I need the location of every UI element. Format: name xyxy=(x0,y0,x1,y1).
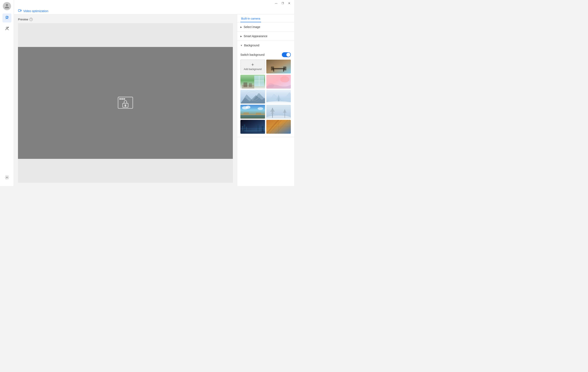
thumbnail-grid: + Add background xyxy=(240,60,291,134)
background-thumbnail-pink[interactable] xyxy=(266,75,291,89)
library-thumbnail-svg xyxy=(266,120,291,134)
svg-rect-9 xyxy=(122,98,123,99)
app-title-container: Video optimization xyxy=(18,9,290,13)
svg-rect-8 xyxy=(119,98,121,99)
plus-icon: + xyxy=(252,62,254,67)
svg-rect-40 xyxy=(243,113,249,114)
dark-office-thumbnail-svg xyxy=(240,120,265,134)
accordion-header-background[interactable]: ▼ Background xyxy=(237,41,294,50)
preview-video-area xyxy=(18,47,233,159)
svg-point-0 xyxy=(6,17,8,18)
background-arrow: ▼ xyxy=(240,44,242,47)
app-area: Video optimization Preview ? xyxy=(14,7,294,186)
background-thumbnail-office[interactable] xyxy=(240,75,265,89)
avatar xyxy=(3,2,11,10)
pink-thumbnail-svg xyxy=(266,75,291,89)
svg-rect-15 xyxy=(273,68,285,69)
preview-text: Preview xyxy=(18,18,28,21)
svg-point-37 xyxy=(258,107,263,110)
preview-label-row: Preview ? xyxy=(18,18,233,21)
background-thumbnail-snow-tree[interactable] xyxy=(266,105,291,119)
main-layout: Preview ? xyxy=(14,14,294,186)
app-header: Video optimization xyxy=(14,7,294,14)
interior-thumbnail-svg xyxy=(240,90,265,104)
sidebar xyxy=(0,0,14,186)
svg-rect-38 xyxy=(240,115,265,119)
settings-button[interactable] xyxy=(2,173,11,182)
svg-rect-18 xyxy=(271,67,274,71)
section-background: ▼ Background Switch background xyxy=(237,41,294,137)
section-select-image: ▶ Select image xyxy=(237,22,294,32)
svg-rect-13 xyxy=(125,105,126,107)
background-thumbnail-dining[interactable] xyxy=(266,60,291,73)
svg-rect-6 xyxy=(18,10,21,11)
winter-thumbnail-svg xyxy=(266,90,291,104)
office-thumbnail-svg xyxy=(240,75,265,89)
svg-point-28 xyxy=(280,76,289,82)
toggle-thumb xyxy=(286,53,290,57)
preview-container xyxy=(18,23,233,183)
maximize-button[interactable]: ❐ xyxy=(279,0,286,6)
section-smart-appearance: ▶ Smart Appearance xyxy=(237,32,294,41)
sidebar-item-share[interactable] xyxy=(2,24,11,33)
svg-rect-53 xyxy=(240,128,265,129)
preview-area: Preview ? xyxy=(14,14,237,186)
background-thumbnail-dark-office[interactable] xyxy=(240,120,265,134)
tab-built-in-camera[interactable]: Built-in camera xyxy=(240,14,261,22)
svg-point-55 xyxy=(243,130,262,132)
svg-rect-10 xyxy=(124,98,125,99)
minimize-button[interactable]: — xyxy=(273,0,279,6)
main-content: — ❐ ✕ Video optimization Preview ? xyxy=(14,0,294,186)
background-thumbnail-library[interactable] xyxy=(266,120,291,134)
right-panel: Built-in camera ▶ Select image ▶ Smart A… xyxy=(237,14,294,186)
smart-appearance-label: Smart Appearance xyxy=(244,34,267,38)
svg-rect-19 xyxy=(283,67,286,71)
accordion-header-smart-appearance[interactable]: ▶ Smart Appearance xyxy=(237,32,294,41)
background-thumbnail-interior[interactable] xyxy=(240,90,265,104)
switch-background-label: Switch background xyxy=(240,53,264,56)
sidebar-item-video[interactable] xyxy=(2,13,11,22)
tab-bar: Built-in camera xyxy=(237,14,294,22)
svg-rect-41 xyxy=(256,113,261,115)
snow-tree-thumbnail-svg xyxy=(266,105,291,119)
svg-rect-25 xyxy=(243,82,247,87)
switch-row: Switch background xyxy=(240,50,291,60)
select-image-label: Select image xyxy=(244,25,260,29)
resort-thumbnail-svg xyxy=(240,105,265,119)
camera-lock-icon xyxy=(116,94,135,112)
close-button[interactable]: ✕ xyxy=(286,0,293,6)
add-background-label: Add background xyxy=(244,68,262,71)
svg-rect-26 xyxy=(249,83,252,87)
add-background-button[interactable]: + Add background xyxy=(240,60,265,73)
background-thumbnail-winter[interactable] xyxy=(266,90,291,104)
switch-background-toggle[interactable] xyxy=(282,52,291,57)
svg-rect-14 xyxy=(266,60,291,73)
background-content: Switch background + Add background xyxy=(237,50,294,137)
svg-point-36 xyxy=(246,106,250,109)
svg-point-5 xyxy=(6,177,8,178)
background-label: Background xyxy=(244,44,259,47)
select-image-arrow: ▶ xyxy=(240,26,242,28)
preview-help-icon[interactable]: ? xyxy=(29,18,33,21)
smart-appearance-arrow: ▶ xyxy=(240,35,242,37)
app-title: Video optimization xyxy=(23,9,48,13)
background-thumbnail-resort[interactable] xyxy=(240,105,265,119)
dining-thumbnail-svg xyxy=(266,60,291,73)
video-optimization-icon xyxy=(18,9,22,13)
title-bar: — ❐ ✕ xyxy=(14,0,294,7)
accordion-header-select-image[interactable]: ▶ Select image xyxy=(237,22,294,31)
